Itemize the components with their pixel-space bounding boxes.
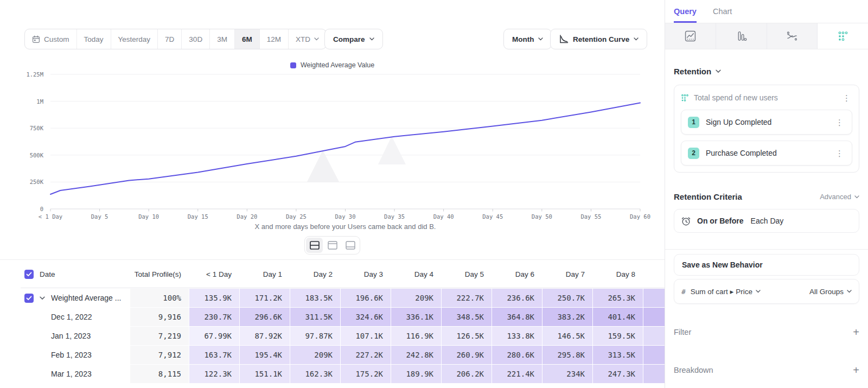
column-header-day-7[interactable]: Day 7 [542, 261, 592, 288]
range-7d[interactable]: 7D [157, 29, 181, 49]
svg-text:250K: 250K [30, 179, 44, 185]
range-label: Custom [44, 35, 69, 43]
column-header-day-6[interactable]: Day 6 [492, 261, 542, 288]
split-rows-layout-button[interactable] [306, 238, 323, 253]
step-kebab-menu[interactable]: ⋮ [834, 149, 845, 157]
total-profiles-cell: 7,219 [130, 327, 189, 345]
row-label-cell[interactable]: Jan 1, 2023 [21, 327, 130, 345]
value-cell: 295.8K [542, 346, 592, 364]
column-header-date[interactable]: Date [21, 261, 130, 288]
total-profiles-cell: 100% [130, 289, 189, 307]
value-cell: 336.1K [391, 308, 441, 326]
chevron-down-icon [854, 195, 859, 199]
advanced-dropdown[interactable]: Advanced [820, 193, 859, 201]
column-header-day-1[interactable]: Day 1 [239, 261, 290, 288]
range-xtd[interactable]: XTD [288, 29, 326, 49]
column-header-day-2[interactable]: Day 2 [290, 261, 340, 288]
column-header-day-3[interactable]: Day 3 [340, 261, 391, 288]
tab-query[interactable]: Query [674, 0, 697, 23]
value-cell: 189.9K [391, 365, 441, 383]
legend-label: Weighted Average Value [301, 61, 374, 69]
value-cell: 163.7K [189, 346, 239, 364]
criteria-condition-card[interactable]: On or Before Each Day [674, 209, 859, 233]
range-12m[interactable]: 12M [259, 29, 288, 49]
svg-text:Day 50: Day 50 [532, 213, 552, 220]
range-label: Today [84, 35, 104, 43]
add-breakdown-button[interactable]: + [853, 365, 859, 376]
chart-type-label: Retention Curve [573, 35, 629, 43]
svg-text:Day 20: Day 20 [237, 213, 257, 220]
column-header-total-profile-s-[interactable]: Total Profile(s) [130, 261, 189, 288]
behavior-kebab-menu[interactable]: ⋮ [841, 94, 852, 102]
total-profiles-cell: 9,916 [130, 308, 189, 326]
date-column-label: Date [40, 270, 55, 278]
clipped-value-cell [643, 289, 665, 307]
value-cell: 133.8K [492, 327, 542, 345]
step-kebab-menu[interactable]: ⋮ [834, 118, 845, 126]
svg-text:Day 15: Day 15 [188, 213, 208, 220]
save-as-new-behavior-button[interactable]: Save as New Behavior [674, 254, 859, 276]
tab-line-chart[interactable] [665, 23, 716, 49]
retention-section-header[interactable]: Retention [674, 67, 859, 76]
top-panel-layout-button[interactable] [324, 238, 341, 253]
value-cell: 87.92K [239, 327, 290, 345]
panel-divider [665, 249, 868, 250]
chart-type-tabs [665, 23, 868, 49]
value-cell: 122.3K [189, 365, 239, 383]
range-label: 12M [267, 35, 281, 43]
value-cell: 324.6K [340, 308, 391, 326]
value-cell: 159.5K [592, 327, 643, 345]
column-header--1-day[interactable]: < 1 Day [189, 261, 239, 288]
svg-text:500K: 500K [30, 152, 44, 158]
range-yesterday[interactable]: Yesterday [111, 29, 158, 49]
value-cell: 383.2K [542, 308, 592, 326]
retention-criteria-label: Retention Criteria [674, 192, 742, 201]
all-groups-dropdown[interactable]: All Groups [809, 288, 852, 296]
value-cell: 97.87K [290, 327, 340, 345]
range-today[interactable]: Today [76, 29, 111, 49]
svg-text:Day 35: Day 35 [384, 213, 405, 220]
bottom-panel-layout-button[interactable] [342, 238, 359, 253]
column-header-day-8[interactable]: Day 8 [592, 261, 643, 288]
retention-chart[interactable]: 0250K500K750K1M1.25M< 1 DayDay 5Day 10Da… [0, 71, 665, 222]
legend-swatch [290, 62, 296, 68]
granularity-label: Month [512, 35, 534, 43]
row-checkbox[interactable] [24, 270, 34, 279]
range-3m[interactable]: 3M [209, 29, 234, 49]
measure-property-dropdown[interactable]: Sum of cart ▸ Price [691, 287, 805, 296]
behavior-step-1[interactable]: 1 Sign Up Completed ⋮ [681, 110, 852, 135]
add-filter-button[interactable]: + [853, 327, 859, 338]
range-30d[interactable]: 30D [181, 29, 209, 49]
column-header-day-5[interactable]: Day 5 [441, 261, 492, 288]
filter-label: Filter [674, 328, 691, 336]
panel-content: Retention Total spend of new users [665, 67, 868, 376]
granularity-button[interactable]: Month [503, 29, 552, 49]
number-type-icon: # [681, 288, 686, 296]
row-label-cell[interactable]: Dec 1, 2022 [21, 308, 130, 326]
retention-line-series [50, 103, 640, 194]
retention-chart-svg: 0250K500K750K1M1.25M< 1 DayDay 5Day 10Da… [0, 71, 665, 222]
range-custom[interactable]: Custom [25, 29, 76, 49]
column-header-day-4[interactable]: Day 4 [391, 261, 441, 288]
behavior-header: Total spend of new users ⋮ [681, 92, 852, 104]
tab-retention[interactable] [818, 23, 868, 49]
retention-grid-icon [681, 94, 689, 102]
row-label-cell[interactable]: Weighted Average ... [21, 289, 130, 307]
tab-bar-chart[interactable] [716, 23, 767, 49]
value-cell: 236.6K [492, 289, 542, 307]
expand-row-icon[interactable] [40, 296, 45, 300]
chart-type-button[interactable]: Retention Curve [550, 29, 647, 49]
row-label-cell[interactable]: Feb 1, 2023 [21, 346, 130, 364]
clipped-column-header [643, 261, 665, 288]
clipped-value-cell [643, 365, 665, 383]
compare-button[interactable]: Compare [324, 29, 383, 49]
row-label-cell[interactable]: Mar 1, 2023 [21, 365, 130, 383]
range-6m[interactable]: 6M [234, 29, 259, 49]
value-cell: 227.2K [340, 346, 391, 364]
behavior-step-2[interactable]: 2 Purchase Completed ⋮ [681, 141, 852, 166]
tab-chart[interactable]: Chart [713, 0, 732, 23]
tab-flow-chart[interactable] [767, 23, 818, 49]
step-label: Purchase Completed [706, 149, 827, 157]
svg-text:Day 30: Day 30 [335, 213, 356, 220]
row-checkbox[interactable] [24, 294, 34, 303]
